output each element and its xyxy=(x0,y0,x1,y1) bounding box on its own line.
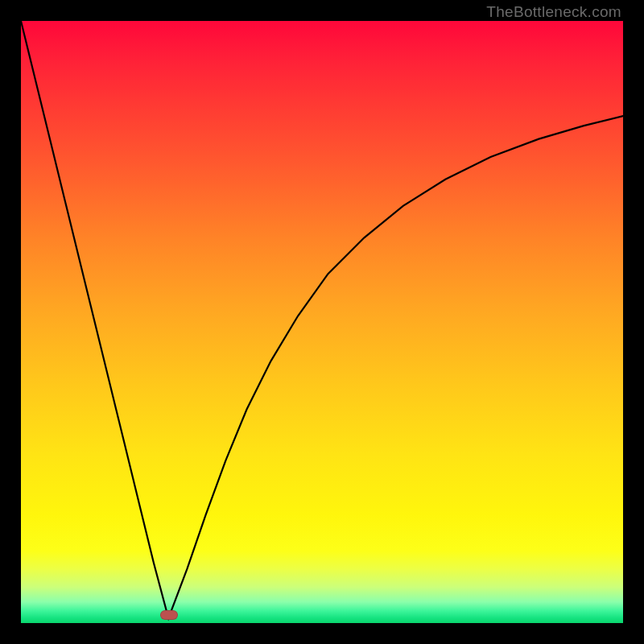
optimal-point-marker xyxy=(160,610,178,620)
bottleneck-curve xyxy=(21,21,623,623)
watermark-text: TheBottleneck.com xyxy=(486,3,621,21)
chart-frame: TheBottleneck.com xyxy=(0,0,644,644)
plot-area xyxy=(21,21,623,623)
